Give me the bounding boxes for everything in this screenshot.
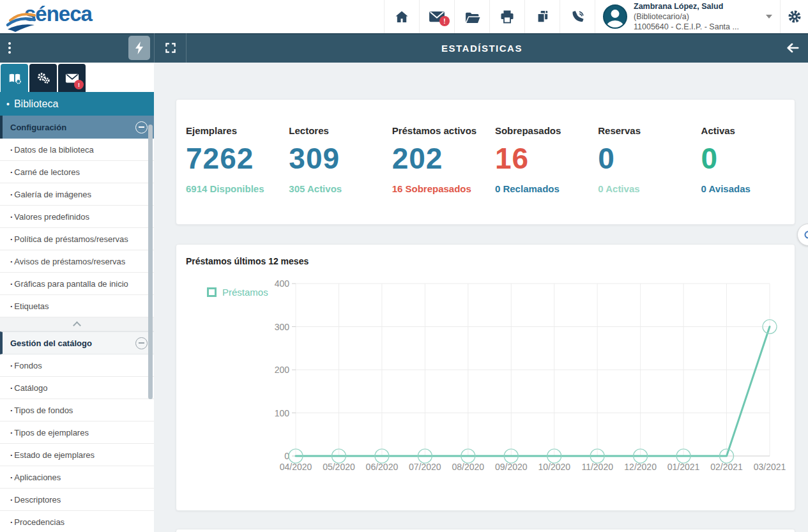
stat-value: 16: [495, 141, 588, 176]
phone-icon: [570, 10, 585, 24]
sidebar-tabs: !: [0, 63, 154, 92]
toolbar-phone-button[interactable]: [560, 0, 595, 33]
stat-label: Sobrepasados: [495, 125, 588, 136]
sidebar-item-label: Procedencias: [14, 517, 65, 527]
sidebar-item[interactable]: ·Tipos de ejemplares: [0, 422, 154, 444]
loans-chart-card: Préstamos últimos 12 meses Préstamos 04/…: [176, 244, 795, 511]
item-bullet: ·: [10, 167, 13, 177]
stat-sub: 0 Reclamados: [495, 183, 588, 194]
stat-sub: 16 Sobrepasados: [392, 183, 485, 194]
sidebar-item[interactable]: ·Fondos: [0, 354, 154, 377]
bullet: •: [6, 99, 10, 109]
item-bullet: ·: [10, 517, 13, 527]
collapse-group-button[interactable]: [0, 317, 154, 331]
back-button[interactable]: [777, 33, 808, 63]
chart-ytick-label: 400: [275, 278, 290, 289]
sidebar-item[interactable]: ·Estado de ejemplares: [0, 444, 154, 466]
refresh-icon: [803, 229, 808, 240]
toolbar-home-button[interactable]: [384, 0, 419, 33]
app-root: séneca !: [0, 0, 808, 532]
item-bullet: ·: [10, 279, 13, 289]
sidebar-item[interactable]: ·Galería de imágenes: [0, 183, 154, 206]
sidebar-item[interactable]: ·Etiquetas: [0, 295, 154, 317]
sidebar-item[interactable]: ·Tipos de fondos: [0, 399, 154, 422]
stat-label: Préstamos activos: [392, 125, 485, 136]
page-title: ESTADÍSTICAS: [187, 43, 777, 54]
legend-swatch: [207, 287, 217, 297]
chart-title: Préstamos últimos 12 meses: [186, 256, 309, 266]
sidebar-group-configuracion[interactable]: Configuración: [0, 116, 154, 139]
stat-label: Reservas: [598, 125, 691, 136]
seneca-logo[interactable]: séneca: [0, 0, 153, 33]
chart-line-préstamos: [296, 327, 770, 457]
settings-button[interactable]: [780, 0, 808, 33]
user-center: 11005640 - C.E.I.P. - Santa ...: [634, 22, 739, 31]
stat-card-sobrepasados: Sobrepasados160 Reclamados: [485, 125, 588, 224]
sidebar-item[interactable]: ·Descriptores: [0, 489, 154, 511]
sidebar-item-label: Estado de ejemplares: [14, 450, 95, 460]
user-avatar: [603, 4, 627, 29]
stat-value: 7262: [186, 141, 279, 176]
folder-icon: [464, 10, 480, 24]
sidebar-item[interactable]: ·Datos de la biblioteca: [0, 139, 154, 161]
sidebar-group-items: ·Datos de la biblioteca·Carné de lectore…: [0, 139, 154, 317]
tab-messages-badge: !: [74, 80, 84, 89]
item-bullet: ·: [10, 406, 13, 415]
user-role: (Bibliotecario/a): [634, 12, 689, 21]
chevron-down-icon: [766, 15, 772, 19]
fullscreen-button[interactable]: [155, 33, 187, 63]
item-bullet: ·: [10, 190, 13, 199]
sidebar-item-label: Datos de la biblioteca: [14, 145, 93, 155]
user-menu[interactable]: Zambrana López, Salud (Bibliotecario/a) …: [595, 0, 780, 33]
collapse-minus-icon[interactable]: [135, 337, 148, 349]
sidebar-item[interactable]: ·Carné de lectores: [0, 161, 154, 183]
module-label: Biblioteca: [14, 98, 58, 110]
item-bullet: ·: [10, 257, 13, 266]
sidebar-scrollbar[interactable]: [148, 125, 153, 399]
tab-messages[interactable]: !: [58, 64, 86, 92]
page-titlebar: ESTADÍSTICAS: [154, 33, 808, 63]
sidebar-module-header: • Biblioteca: [0, 92, 154, 116]
sidebar-item-label: Tipos de ejemplares: [14, 428, 89, 437]
user-name: Zambrana López, Salud: [634, 2, 723, 11]
toolbar-print-button[interactable]: [489, 0, 524, 33]
sidebar-item-label: Fondos: [14, 361, 42, 370]
item-bullet: ·: [10, 145, 13, 155]
item-bullet: ·: [10, 473, 13, 482]
quick-actions-button[interactable]: [128, 36, 150, 60]
sidebar-group-gestion-catalogo[interactable]: Gestión del catálogo: [0, 331, 154, 354]
tab-library[interactable]: [1, 64, 28, 92]
item-bullet: ·: [10, 495, 13, 505]
sidebar-item[interactable]: ·Valores predefinidos: [0, 206, 154, 228]
stat-value: 0: [701, 141, 795, 176]
sidebar-item[interactable]: ·Avisos de préstamos/reservas: [0, 250, 154, 273]
user-info: Zambrana López, Salud (Bibliotecario/a) …: [634, 1, 763, 33]
tab-settings[interactable]: [29, 64, 57, 92]
chevron-up-icon: [73, 321, 81, 330]
toolbar-messages-button[interactable]: !: [419, 0, 454, 33]
stat-value: 202: [392, 141, 485, 176]
chart-ytick-label: 100: [275, 408, 290, 418]
lightning-bolt-icon: [135, 42, 144, 54]
sidebar-item[interactable]: ·Gráficas para pantalla de inicio: [0, 273, 154, 295]
group-label: Configuración: [10, 123, 66, 132]
sidebar-group-items: ·Fondos·Catálogo·Tipos de fondos·Tipos d…: [0, 354, 154, 532]
sidebar-item[interactable]: ·Catálogo: [0, 377, 154, 399]
stat-card-ejemplares: Ejemplares72626914 Disponibles: [176, 125, 279, 224]
sidebar-item[interactable]: ·Política de préstamos/reservas: [0, 228, 154, 250]
sidebar-item-label: Descriptores: [14, 495, 61, 505]
header-toolbar: ! Zambrana López, Salud (Bibliotecario/a…: [384, 0, 808, 33]
toolbar-copy-button[interactable]: [524, 0, 560, 33]
sidebar-item[interactable]: ·Procedencias: [0, 511, 154, 532]
collapse-minus-icon[interactable]: [135, 121, 148, 133]
floating-refresh-button[interactable]: [797, 224, 808, 246]
messages-badge: !: [439, 16, 450, 26]
chart-ytick-label: 300: [275, 322, 290, 332]
stats-summary-card: Ejemplares72626914 DisponiblesLectores30…: [176, 99, 795, 225]
more-options-button[interactable]: [8, 42, 11, 54]
stat-label: Activas: [701, 125, 795, 136]
sidebar-item-label: Política de préstamos/reservas: [14, 234, 128, 244]
stat-card-reservas: Reservas00 Activas: [588, 125, 691, 224]
sidebar-item[interactable]: ·Aplicaciones: [0, 466, 154, 489]
toolbar-folder-button[interactable]: [454, 0, 489, 33]
